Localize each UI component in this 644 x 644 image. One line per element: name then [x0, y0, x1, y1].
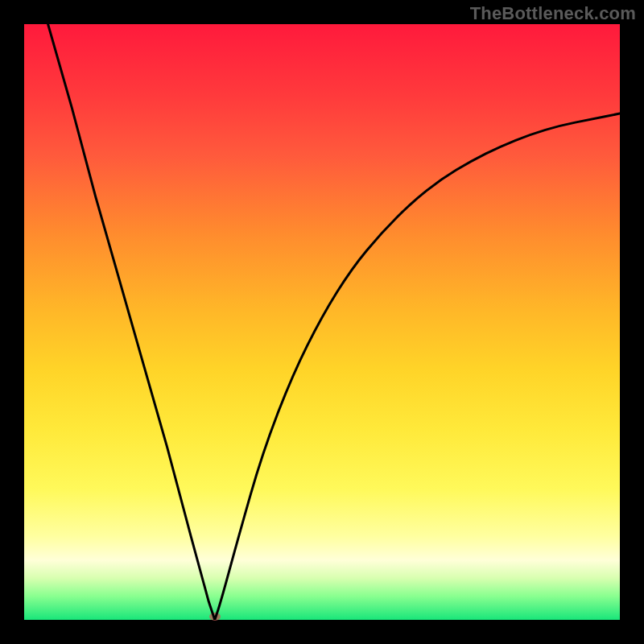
plot-area	[24, 24, 620, 620]
minimum-marker	[209, 613, 221, 621]
chart-frame: TheBottleneck.com	[0, 0, 644, 644]
bottleneck-curve	[24, 24, 620, 620]
watermark-text: TheBottleneck.com	[470, 3, 636, 24]
